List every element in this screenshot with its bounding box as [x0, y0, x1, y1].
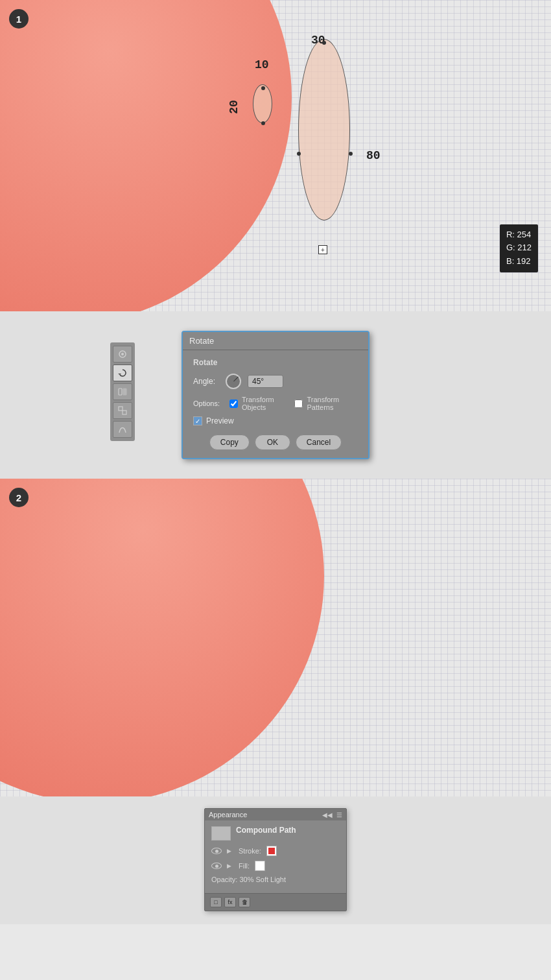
panel-title-controls: ◀◀ ☰ — [322, 811, 342, 819]
svg-rect-4 — [123, 388, 126, 395]
large-ellipse-1 — [298, 39, 350, 221]
options-row: Options: Transform Objects Transform Pat… — [193, 396, 358, 411]
step-badge-2: 2 — [9, 488, 29, 507]
fill-label: Fill: — [239, 862, 250, 870]
fill-color-swatch[interactable] — [255, 861, 265, 871]
fill-visibility-eye[interactable] — [211, 863, 222, 869]
dimension-80: 80 — [366, 149, 381, 162]
add-item-btn[interactable]: □ — [210, 897, 222, 907]
toolbar-btn-rotate[interactable] — [113, 365, 132, 381]
transform-objects-label: Transform Objects — [242, 396, 290, 411]
step-badge-1: 1 — [9, 9, 29, 29]
anchor-point-left-large — [297, 152, 301, 156]
anchor-point-top-small — [261, 86, 265, 90]
copy-button[interactable]: Copy — [209, 435, 250, 450]
dialog-body: Rotate Angle: Options: Transform Objects… — [183, 350, 368, 458]
toolbar-btn-reflect[interactable] — [113, 383, 132, 400]
panel-menu-btn[interactable]: ☰ — [336, 811, 342, 819]
toolbar — [110, 342, 135, 441]
small-ellipse-1 — [253, 84, 272, 123]
toolbar-btn-scale[interactable] — [113, 402, 132, 419]
rotate-dialog: Rotate Rotate Angle: Options: Transform … — [182, 331, 369, 459]
dialog-overlay: Rotate Rotate Angle: Options: Transform … — [0, 311, 551, 479]
color-info-box: R: 254 G: 212 B: 192 — [500, 224, 538, 272]
angle-dial[interactable] — [226, 374, 241, 389]
appearance-panel: Appearance ◀◀ ☰ Compound Path ▶ Stroke: — [204, 808, 347, 911]
dimension-10: 10 — [255, 58, 269, 71]
angle-row: Angle: — [193, 374, 358, 389]
anchor-point-right-large — [349, 152, 353, 156]
color-b: B: 192 — [506, 255, 532, 269]
panel-footer: □ fx 🗑 — [205, 893, 346, 911]
fill-row: ▶ Fill: — [211, 861, 340, 871]
dialog-title-bar: Rotate — [183, 332, 368, 350]
panel-title: Appearance — [209, 811, 247, 819]
toolbar-btn-1[interactable] — [113, 346, 132, 363]
stroke-visibility-eye[interactable] — [211, 848, 222, 854]
compound-path-icon — [211, 826, 231, 841]
preview-row: Preview — [193, 416, 358, 425]
fill-expand-arrow[interactable]: ▶ — [227, 863, 233, 869]
anchor-point-bottom-small — [261, 121, 265, 125]
panel-title-bar: Appearance ◀◀ ☰ — [205, 809, 346, 820]
cancel-button[interactable]: Cancel — [296, 435, 342, 450]
color-g: G: 212 — [506, 241, 532, 255]
canvas-section-1: 10 20 30 80 R: 254 G: 212 B: 192 1 — [0, 0, 551, 311]
delete-item-btn[interactable]: 🗑 — [239, 897, 250, 907]
ok-button[interactable]: OK — [255, 435, 290, 450]
ellipse-svg-2 — [0, 479, 551, 796]
canvas-area-2: 2 — [0, 479, 551, 796]
preview-label: Preview — [206, 416, 234, 425]
canvas-area-1: 10 20 30 80 R: 254 G: 212 B: 192 1 — [0, 0, 551, 311]
dimension-20: 20 — [228, 100, 240, 114]
transform-patterns-label: Transform Patterns — [307, 396, 358, 411]
svg-rect-3 — [119, 388, 122, 395]
dial-needle — [233, 377, 239, 382]
panel-content: Compound Path ▶ Stroke: ▶ Fill: Opacity:… — [205, 820, 346, 893]
stroke-color-swatch[interactable] — [266, 846, 277, 856]
stroke-label: Stroke: — [239, 847, 261, 855]
angle-label: Angle: — [193, 377, 219, 386]
preview-checkbox[interactable] — [193, 416, 202, 425]
color-r: R: 254 — [506, 228, 532, 242]
dialog-section-label: Rotate — [193, 358, 358, 367]
options-label: Options: — [193, 400, 226, 407]
anchor-square-bottom-large — [318, 245, 327, 254]
svg-point-1 — [121, 353, 124, 355]
opacity-row: Opacity: 30% Soft Light — [211, 876, 340, 883]
canvas-section-2-wrapper: 2 — [0, 479, 551, 796]
opacity-text: Opacity: 30% Soft Light — [211, 876, 286, 883]
transform-patterns-checkbox[interactable] — [294, 400, 303, 408]
svg-marker-2 — [118, 374, 121, 375]
toolbar-btn-warp[interactable] — [113, 421, 132, 438]
collapse-btn[interactable]: ◀◀ — [322, 811, 333, 819]
appearance-panel-wrapper: Appearance ◀◀ ☰ Compound Path ▶ Stroke: — [0, 796, 551, 924]
svg-rect-5 — [119, 407, 123, 411]
stroke-row: ▶ Stroke: — [211, 846, 340, 856]
transform-objects-checkbox[interactable] — [229, 400, 238, 408]
type-row: Compound Path — [211, 826, 340, 841]
svg-rect-6 — [123, 411, 126, 414]
angle-input[interactable] — [248, 375, 283, 388]
stroke-expand-arrow[interactable]: ▶ — [227, 848, 233, 854]
dialog-title: Rotate — [189, 336, 214, 346]
dimension-30: 30 — [311, 34, 325, 47]
anchor-point-top-large — [322, 41, 326, 45]
dialog-buttons: Copy OK Cancel — [193, 435, 358, 450]
type-label: Compound Path — [236, 826, 296, 835]
fx-btn[interactable]: fx — [224, 897, 236, 907]
